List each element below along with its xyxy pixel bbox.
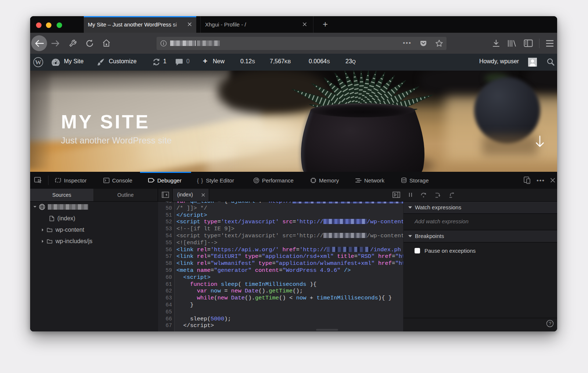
svg-text:?: ? (549, 321, 551, 326)
svg-text:W: W (35, 58, 42, 66)
